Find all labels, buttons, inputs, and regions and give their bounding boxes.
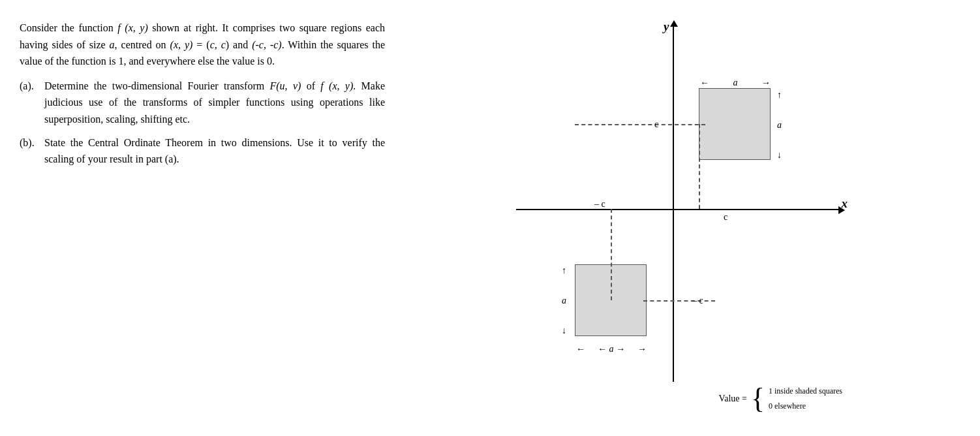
lower-dashed-v	[611, 209, 612, 300]
dim-a-right: ↑ a ↓	[777, 90, 782, 161]
dim-a-label-top: a	[733, 78, 738, 88]
part-a-label: (a).	[20, 78, 44, 95]
arrow-right-icon: →	[761, 78, 771, 88]
y-axis-label: y	[664, 20, 669, 34]
y-axis-arrow	[670, 20, 678, 27]
fuv-italic: F(u, v)	[270, 80, 307, 91]
c-y-label: c	[654, 119, 658, 130]
dim-a-label-bottom: ← a →	[598, 344, 625, 354]
dim-a-bottom: ← ← a → →	[576, 344, 647, 354]
dim-a-label-right: a	[777, 120, 782, 131]
arrow-left-icon: ←	[700, 78, 709, 88]
arrow-down-icon: ↓	[777, 150, 782, 161]
value-label: Value =	[719, 394, 747, 404]
xy-text: (x, y)	[170, 39, 193, 50]
arrow-up-icon: ↑	[777, 90, 782, 101]
and-text: and	[233, 39, 248, 50]
upper-dashed-v	[699, 124, 700, 209]
of-text: of	[307, 80, 321, 91]
a-italic: a	[110, 39, 115, 50]
neg-text: (-c, -c)	[252, 39, 281, 50]
neg-c-y-label: – c	[692, 296, 703, 306]
parts-list: (a). Determine the two-dimensional Fouri…	[20, 78, 385, 168]
arrow-up2-icon: ↑	[562, 266, 566, 276]
part-b-content: State the Central Ordinate Theorem in tw…	[44, 134, 385, 168]
part-a-content: Determine the two-dimensional Fourier tr…	[44, 78, 385, 128]
brace-icon: {	[751, 384, 765, 413]
left-panel: Consider the function f (x, y) shown at …	[20, 13, 385, 174]
and-else-text: and	[129, 55, 144, 67]
diagram: x y ← a → ↑ a ↓ ↑ a ↓	[497, 16, 849, 421]
neg-c-x-label: – c	[594, 199, 605, 210]
theorem-word: Theorem	[165, 137, 203, 148]
legend-line1: 1 inside shaded squares	[769, 386, 842, 396]
x-axis	[516, 209, 842, 210]
upper-square	[699, 88, 771, 160]
arrow-left2-icon: ←	[576, 344, 585, 354]
dim-a-left: ↑ a ↓	[562, 266, 566, 336]
arrow-down2-icon: ↓	[562, 326, 566, 336]
part-a-text1: Determine the two-dimensional Fourier tr…	[44, 80, 264, 91]
lower-dashed-h	[643, 300, 715, 302]
fxy-italic: f (x, y)	[117, 22, 152, 33]
intro-text: Consider the function	[20, 22, 114, 33]
right-panel: x y ← a → ↑ a ↓ ↑ a ↓	[385, 13, 960, 421]
part-b-item: (b). State the Central Ordinate Theorem …	[20, 134, 385, 168]
dim-a-top: ← a →	[700, 78, 771, 88]
x-axis-label: x	[842, 196, 848, 211]
dim-a-label-left: a	[562, 296, 566, 306]
upper-dashed-h	[575, 124, 705, 125]
arrow-right2-icon: →	[637, 344, 647, 354]
intro-paragraph: Consider the function f (x, y) shown at …	[20, 20, 385, 70]
fxy2-italic: f (x, y)	[320, 80, 353, 91]
legend-text: 1 inside shaded squares 0 elsewhere	[769, 386, 842, 411]
value-legend: Value = { 1 inside shaded squares 0 else…	[719, 384, 842, 413]
c-x-label: c	[724, 212, 727, 223]
part-b-label: (b).	[20, 134, 44, 151]
y-axis	[673, 23, 674, 382]
legend-line2: 0 elsewhere	[769, 401, 842, 411]
part-a-item: (a). Determine the two-dimensional Fouri…	[20, 78, 385, 128]
